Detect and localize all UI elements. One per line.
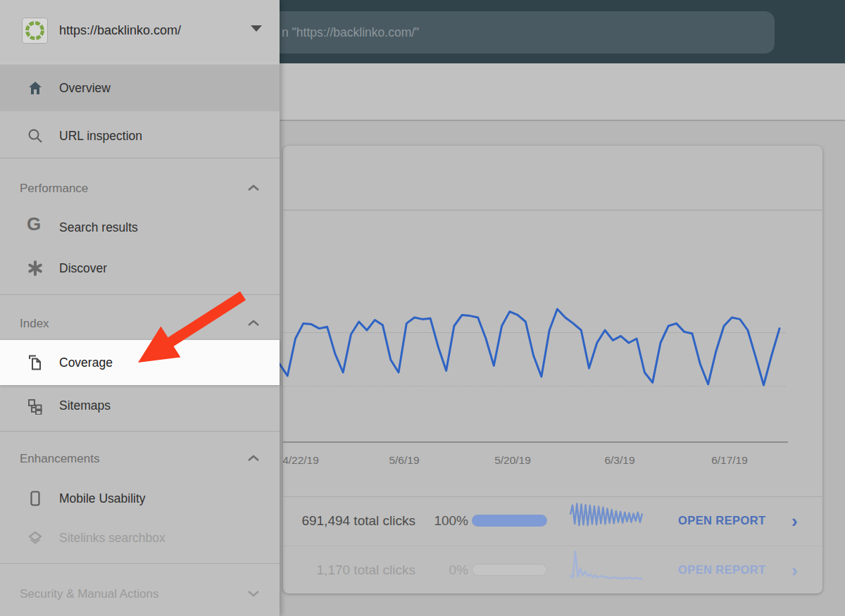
search-input-text: n "https://backlinko.com/" (282, 25, 419, 40)
phone-icon (27, 490, 44, 507)
chevron-right-icon[interactable]: › (791, 510, 798, 532)
google-g-icon: G (27, 215, 44, 232)
clicks-line-chart (280, 305, 780, 389)
total-clicks-value: 691,494 total clicks (301, 513, 415, 529)
section-label: Index (20, 317, 49, 331)
section-divider (0, 563, 280, 564)
table-row-clicks: 691,494 total clicks 100% OPEN REPORT › (283, 496, 822, 546)
sidebar-item-label: Mobile Usability (59, 491, 146, 506)
x-tick-label: 4/22/19 (282, 454, 319, 467)
sidebar-item-mobile-usability[interactable]: Mobile Usability (0, 479, 280, 518)
percent-value: 100% (434, 513, 468, 529)
x-tick-label: 5/20/19 (494, 454, 531, 467)
chevron-right-icon[interactable]: › (791, 560, 798, 582)
x-tick-label: 5/6/19 (389, 454, 419, 467)
sidebar-item-overview[interactable]: Overview (0, 65, 280, 111)
section-divider (0, 431, 280, 432)
section-label: Enhancements (20, 452, 99, 466)
google-search-console-screen: n "https://backlinko.com/" 4/22/19 5/6/1… (0, 0, 845, 616)
sitemap-icon (27, 398, 44, 415)
red-arrow-annotation (127, 285, 254, 370)
sidebar-item-label: Discover (59, 261, 107, 276)
performance-card: 4/22/19 5/6/19 5/20/19 6/3/19 6/17/19 69… (283, 146, 822, 593)
section-label: Security & Manual Actions (20, 587, 158, 601)
sidebar-item-label: Overview (59, 81, 111, 96)
chevron-down-icon (246, 589, 261, 598)
progress-fill (472, 515, 547, 527)
home-icon (27, 80, 44, 96)
chevron-down-icon[interactable] (251, 25, 262, 32)
chart-x-axis (283, 441, 788, 443)
sidebar-item-label: Sitemaps (59, 398, 111, 413)
pages-icon (27, 354, 44, 371)
sidebar-item-search-results[interactable]: G Search results (0, 208, 280, 248)
segmented-ring-icon (23, 18, 47, 43)
asterisk-icon (27, 260, 44, 277)
property-selector[interactable]: https://backlinko.com/ (0, 0, 280, 63)
clicks-sparkline (570, 501, 642, 532)
x-tick-label: 6/17/19 (711, 454, 748, 467)
sidebar-item-discover[interactable]: Coverage Discover (0, 248, 280, 289)
total-clicks-value: 1,170 total clicks (317, 562, 415, 578)
table-row-clicks-secondary: 1,170 total clicks 0% OPEN REPORT › (283, 546, 822, 595)
sidebar-item-sitelinks-searchbox[interactable]: Sitelinks searchbox (0, 518, 280, 558)
sidebar-item-url-inspection[interactable]: URL inspection (0, 114, 280, 158)
search-icon (27, 127, 44, 144)
chevron-up-icon (246, 453, 261, 463)
open-report-link[interactable]: OPEN REPORT (678, 514, 766, 527)
x-tick-label: 6/3/19 (604, 454, 634, 467)
sidebar-item-label: URL inspection (59, 129, 142, 144)
percent-value: 0% (449, 562, 468, 578)
property-url: https://backlinko.com/ (59, 23, 181, 38)
clicks-sparkline (570, 550, 642, 581)
layers-icon (27, 529, 44, 546)
open-report-link[interactable]: OPEN REPORT (678, 563, 766, 577)
chevron-up-icon (246, 183, 261, 193)
sidebar-item-label: Search results (59, 220, 138, 235)
sidebar-item-label: Sitelinks searchbox (59, 531, 165, 546)
card-header-divider (283, 210, 822, 210)
property-icon-box (22, 18, 48, 44)
section-label: Performance (20, 182, 88, 196)
section-divider (0, 158, 280, 158)
progress-bar (472, 564, 547, 576)
sidebar-item-sitemaps[interactable]: Sitemaps (0, 385, 280, 427)
sidebar-item-label: Coverage (59, 356, 113, 370)
progress-bar (472, 515, 547, 527)
